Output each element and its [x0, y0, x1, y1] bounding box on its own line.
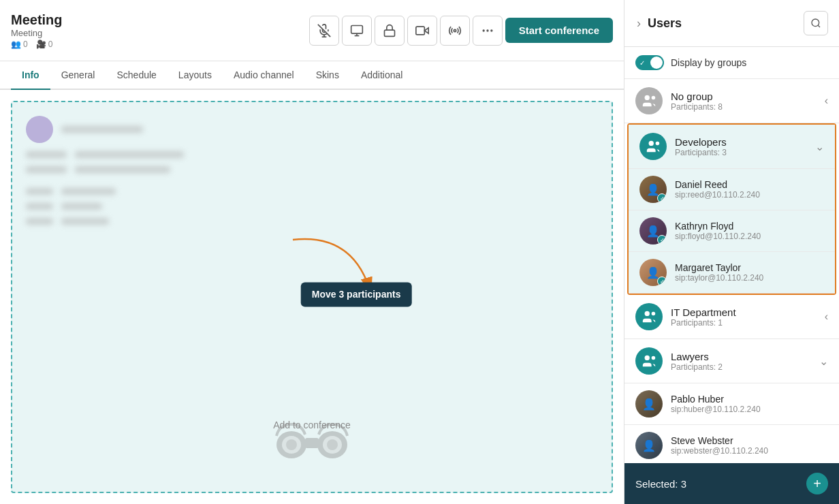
broadcast-btn[interactable]: [440, 16, 470, 46]
margaret-sip: sip:taylor@10.110.2.240: [675, 273, 824, 283]
blurred-line: [61, 126, 143, 133]
steve-info: Steve Webster sip:webster@10.110.2.240: [671, 435, 828, 456]
tab-info[interactable]: Info: [11, 61, 50, 90]
svg-point-9: [482, 29, 484, 31]
lawyers-chevron[interactable]: ⌄: [819, 355, 828, 368]
margaret-name: Margaret Taylor: [675, 262, 824, 273]
blurred-value-5: [61, 218, 109, 225]
screen-share-btn[interactable]: [342, 16, 372, 46]
no-group-icon: [635, 87, 663, 114]
header-subtitle: Meeting: [11, 28, 63, 38]
developers-chevron[interactable]: ⌄: [815, 140, 824, 153]
right-panel-header: › Users: [624, 0, 839, 47]
pablo-info: Pablo Huber sip:huber@10.110.2.240: [671, 394, 828, 414]
participants-icon: 👥 0: [11, 40, 28, 49]
binoculars-icon: [271, 414, 353, 471]
daniel-sip: sip:reed@10.110.2.240: [675, 190, 824, 200]
svg-line-21: [818, 25, 820, 27]
group-developers-header[interactable]: Developers Participants: 3 ⌄: [629, 125, 835, 169]
group-no-group-header[interactable]: No group Participants: 8 ‹: [624, 79, 839, 123]
no-group-participants: Participants: 8: [671, 102, 825, 112]
daniel-info: Daniel Reed sip:reed@10.110.2.240: [675, 179, 824, 200]
toggle-knob: [650, 57, 663, 69]
mute-btn[interactable]: [309, 16, 339, 46]
content-area: Move 3 participants Add to conference: [11, 101, 613, 493]
page-title: Meeting: [11, 12, 63, 28]
it-chevron[interactable]: ‹: [825, 311, 828, 323]
it-icon: [635, 303, 663, 330]
svg-point-8: [454, 29, 456, 31]
kathryn-name: Kathryn Floyd: [675, 221, 824, 232]
user-row-kathryn[interactable]: 👤 ✓ Kathryn Floyd sip:floyd@10.110.2.240: [629, 210, 835, 252]
display-by-groups-toggle[interactable]: ✓: [635, 55, 664, 70]
blurred-value-4: [61, 203, 102, 210]
developers-participants: Participants: 3: [675, 148, 815, 157]
svg-point-20: [812, 19, 819, 27]
tab-general[interactable]: General: [50, 61, 106, 90]
group-lawyers-header[interactable]: Lawyers Participants: 2 ⌄: [624, 339, 839, 383]
tab-layouts[interactable]: Layouts: [168, 61, 223, 90]
pablo-sip: sip:huber@10.110.2.240: [671, 405, 828, 414]
more-btn[interactable]: [473, 16, 503, 46]
svg-point-24: [649, 141, 654, 146]
selected-count: Selected: 3: [635, 478, 686, 490]
developers-icon: [639, 133, 667, 160]
steve-name: Steve Webster: [671, 435, 828, 446]
it-participants: Participants: 1: [671, 318, 825, 328]
video-icon: 🎥 0: [36, 40, 53, 49]
group-lawyers: Lawyers Participants: 2 ⌄ 👤 Pablo Huber …: [624, 339, 839, 463]
move-participants-tooltip: Move 3 participants: [301, 282, 412, 306]
bottom-bar: Selected: 3 +: [624, 463, 839, 504]
blurred-value-3: [61, 188, 116, 195]
margaret-check-badge: ✓: [657, 277, 667, 286]
blurred-value-2: [75, 166, 170, 173]
no-group-chevron[interactable]: ‹: [825, 95, 828, 107]
group-it-header[interactable]: IT Department Participants: 1 ‹: [624, 295, 839, 339]
it-name: IT Department: [671, 306, 825, 318]
svg-point-29: [652, 356, 656, 360]
no-group-info: No group Participants: 8: [671, 91, 825, 112]
tab-skins[interactable]: Skins: [305, 61, 350, 90]
expand-button[interactable]: ›: [635, 15, 642, 32]
users-panel-title: Users: [648, 16, 798, 31]
right-panel: › Users ✓ Display by groups: [624, 0, 839, 504]
pablo-avatar: 👤: [635, 390, 663, 418]
developers-info: Developers Participants: 3: [675, 136, 815, 157]
main-panel: Meeting Meeting 👥 0 🎥 0: [0, 0, 624, 504]
user-row-steve[interactable]: 👤 Steve Webster sip:webster@10.110.2.240: [624, 425, 839, 463]
daniel-name: Daniel Reed: [675, 179, 824, 190]
tab-schedule[interactable]: Schedule: [106, 61, 167, 90]
svg-point-18: [286, 439, 297, 450]
add-participants-button[interactable]: +: [806, 473, 828, 494]
svg-point-27: [652, 312, 656, 316]
developers-name: Developers: [675, 136, 815, 148]
user-row-daniel[interactable]: 👤 ✓ Daniel Reed sip:reed@10.110.2.240: [629, 169, 835, 210]
kathryn-avatar: 👤 ✓: [639, 217, 667, 245]
svg-point-11: [490, 29, 492, 31]
daniel-avatar: 👤 ✓: [639, 176, 667, 203]
steve-sip: sip:webster@10.110.2.240: [671, 446, 828, 456]
blurred-label-4: [26, 203, 53, 210]
search-button[interactable]: [804, 11, 828, 35]
header-meta: 👥 0 🎥 0: [11, 40, 63, 49]
no-group-name: No group: [671, 91, 825, 102]
steve-avatar: 👤: [635, 432, 663, 459]
svg-rect-15: [305, 438, 319, 448]
tab-additional[interactable]: Additional: [350, 61, 414, 90]
lawyers-participants: Participants: 2: [671, 362, 819, 372]
svg-point-23: [652, 96, 656, 100]
user-row-margaret[interactable]: 👤 ✓ Margaret Taylor sip:taylor@10.110.2.…: [629, 252, 835, 294]
svg-point-22: [645, 95, 650, 100]
start-conference-button[interactable]: Start conference: [505, 18, 613, 43]
header-title-block: Meeting Meeting 👥 0 🎥 0: [11, 12, 63, 49]
kathryn-sip: sip:floyd@10.110.2.240: [675, 232, 824, 241]
lawyers-info: Lawyers Participants: 2: [671, 351, 819, 372]
it-info: IT Department Participants: 1: [671, 306, 825, 328]
display-by-groups-label: Display by groups: [671, 57, 746, 68]
pablo-name: Pablo Huber: [671, 394, 828, 405]
lock-btn[interactable]: [375, 16, 405, 46]
camera-btn[interactable]: [407, 16, 437, 46]
user-row-pablo[interactable]: 👤 Pablo Huber sip:huber@10.110.2.240: [624, 383, 839, 425]
tab-audio-channel[interactable]: Audio channel: [223, 61, 305, 90]
blurred-avatar: [26, 116, 53, 143]
